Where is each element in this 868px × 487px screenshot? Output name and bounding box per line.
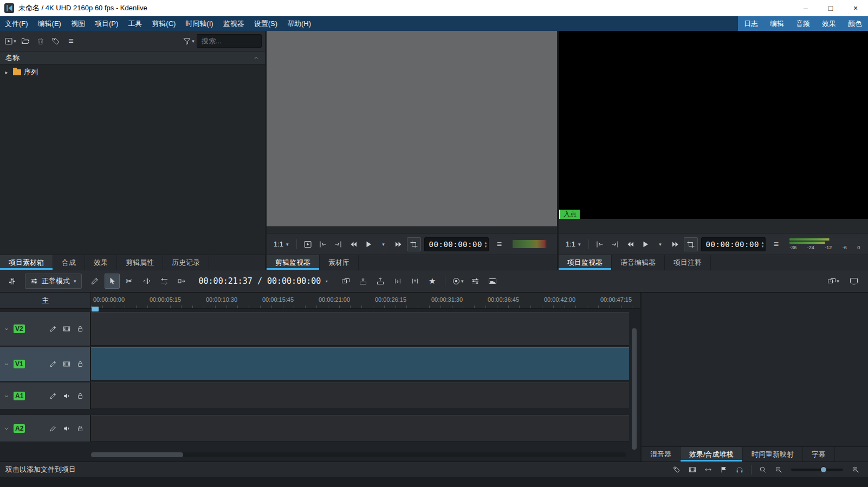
project-monitor-screen[interactable]: 入点 [559,31,868,219]
track-effects-icon[interactable] [49,325,57,333]
lock-icon[interactable] [76,360,84,368]
zoom-out-button[interactable] [772,463,786,476]
bin-options-button[interactable]: ≡ [64,34,78,48]
track-badge[interactable]: V2 [14,324,25,333]
lift-zone-button[interactable] [407,274,423,289]
menu-settings[interactable]: 设置(S) [249,16,282,31]
track-header-v2[interactable]: V2 [0,312,91,346]
razor-tool-button[interactable]: ✂ [122,274,137,289]
rewind-button[interactable] [346,237,360,251]
menu-timeline[interactable]: 时间轴(I) [180,16,218,31]
tab-history[interactable]: 历史记录 [163,255,209,270]
expand-chevron-icon[interactable]: ▸ [3,69,10,75]
track-settings-button[interactable] [4,274,20,289]
timecode-spinner[interactable]: ▴ ▾ [485,241,487,248]
zoom-fit-button[interactable] [756,463,770,476]
extract-zone-button[interactable] [390,274,405,289]
workspace-audio[interactable]: 音频 [790,16,816,31]
track-badge[interactable]: V1 [14,360,25,368]
tab-speech-editor[interactable]: 语音编辑器 [612,255,665,270]
zoom-in-button[interactable] [848,463,863,476]
set-zone-in-button[interactable] [593,237,607,251]
tab-project-notes[interactable]: 项目注释 [665,255,711,270]
tab-effects[interactable]: 效果 [85,255,117,270]
speaker-icon[interactable] [63,392,70,400]
timeline-horizontal-scrollbar[interactable] [91,452,626,457]
forward-button[interactable] [392,237,406,251]
spacer-tool-button[interactable] [139,274,154,289]
tab-clip-properties[interactable]: 剪辑属性 [117,255,163,270]
project-monitor-seekbar[interactable] [559,219,868,233]
speaker-icon[interactable] [63,425,70,432]
zone-in-badge[interactable]: 入点 [559,210,580,219]
clip-monitor-seekbar[interactable] [267,226,557,233]
spin-up-icon[interactable]: ▴ [485,241,487,244]
tab-subtitles[interactable]: 字幕 [803,447,835,462]
screen-grab-button[interactable] [846,274,861,289]
maximize-button[interactable]: □ [818,0,843,16]
slider-handle[interactable] [820,466,827,473]
tags-button[interactable] [49,34,63,48]
preview-render-button[interactable]: ▾ [450,274,465,289]
timeline-vertical-scrollbar[interactable] [632,328,637,450]
clip-monitor-menu-button[interactable]: ≡ [492,237,506,251]
filter-button[interactable]: ▾ [182,34,196,48]
timeline-timecode[interactable]: 00:00:21:37 / 00:00:00:00 ▾ [199,276,328,286]
menu-clip[interactable]: 剪辑(C) [147,16,180,31]
workspace-effects[interactable]: 效果 [816,16,842,31]
mixer-toggle-button[interactable] [468,274,483,289]
track-lane-a2[interactable] [91,415,629,441]
master-track-button[interactable]: 主 [0,293,91,309]
bin-view-button[interactable]: ▾ [3,34,17,48]
selection-tool-button[interactable] [105,274,120,289]
audio-scrub-button[interactable] [733,463,747,476]
menu-view[interactable]: 视图 [66,16,90,31]
mixes-dropdown-button[interactable]: ▾ [826,274,841,289]
play-button[interactable] [361,237,375,251]
set-zone-out-button[interactable] [331,237,345,251]
set-zone-out-button[interactable] [608,237,622,251]
tab-library[interactable]: 素材库 [320,255,359,270]
track-effects-icon[interactable] [49,360,57,368]
insert-zone-button[interactable] [355,274,371,289]
project-zoom-dropdown[interactable]: 1:1 ▾ [562,237,585,251]
tab-compositions[interactable]: 合成 [53,255,85,270]
clip-zoom-dropdown[interactable]: 1:1 ▾ [270,237,293,251]
monitor-overlay-button[interactable] [301,237,315,251]
playhead[interactable] [92,307,99,311]
video-track-icon[interactable] [63,325,70,333]
menu-file[interactable]: 文件(F) [0,16,33,31]
play-options-button[interactable]: ▾ [377,237,391,251]
tab-time-remap[interactable]: 时间重新映射 [743,447,803,462]
lock-icon[interactable] [76,325,84,333]
close-button[interactable]: × [843,0,868,16]
zone-mode-button[interactable] [684,237,698,251]
menu-help[interactable]: 帮助(H) [282,16,316,31]
collapse-chevron-icon[interactable] [3,326,10,332]
minimize-button[interactable]: – [793,0,818,16]
rewind-button[interactable] [623,237,637,251]
snap-button[interactable] [717,463,731,476]
video-track-icon[interactable] [63,360,70,368]
timecode-spinner[interactable]: ▴ ▾ [762,241,764,248]
tab-project-monitor[interactable]: 项目监视器 [559,255,612,270]
bin-column-header[interactable]: 名称 [0,51,265,64]
workspace-editing[interactable]: 编辑 [764,16,790,31]
video-thumbnails-button[interactable] [685,463,699,476]
workspace-color[interactable]: 颜色 [842,16,868,31]
menu-tools[interactable]: 工具 [123,16,147,31]
zone-mode-button[interactable] [407,237,421,251]
tab-clip-monitor[interactable]: 剪辑监视器 [267,255,320,270]
razor-edit-button[interactable] [87,274,102,289]
slider-track[interactable] [791,469,843,471]
track-header-v1[interactable]: V1 [0,347,91,381]
tab-effect-stack[interactable]: 效果/合成堆栈 [681,447,743,462]
zoom-slider[interactable] [791,464,843,475]
track-lane-v1[interactable] [91,347,629,381]
markers-button[interactable] [670,463,684,476]
play-options-button[interactable]: ▾ [653,237,668,251]
workspace-logging[interactable]: 日志 [738,16,764,31]
ripple-tool-button[interactable] [174,274,189,289]
audio-thumbnails-button[interactable] [701,463,715,476]
menu-monitor[interactable]: 监视器 [218,16,249,31]
